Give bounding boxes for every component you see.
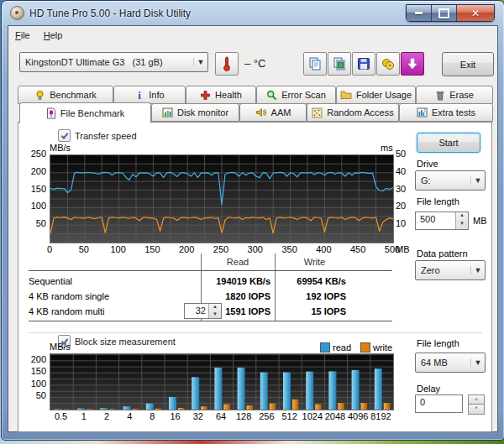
- device-select[interactable]: KingstonDT Ultimate G3 (31 gB) ▼: [19, 52, 208, 72]
- delay-input[interactable]: 0: [415, 394, 463, 413]
- chevron-down-icon: ▼: [470, 266, 485, 274]
- tab-file-benchmark[interactable]: File Benchmark: [19, 102, 151, 123]
- transfer-speed-label: Transfer speed: [75, 131, 137, 141]
- row-label-sequential: Sequential: [29, 276, 72, 286]
- benchmark-icon: [34, 90, 45, 101]
- axis-tick-label: 100: [24, 201, 46, 211]
- tab-error-scan[interactable]: Error Scan: [256, 86, 336, 104]
- tab-aam[interactable]: AAM: [239, 103, 307, 122]
- menu-help[interactable]: Help: [37, 28, 70, 43]
- tab-disk-monitor[interactable]: Disk monitor: [151, 103, 239, 122]
- device-select-value: KingstonDT Ultimate G3 (31 gB): [20, 57, 193, 67]
- transfer-speed-chart: [50, 154, 394, 243]
- close-button[interactable]: ✕: [457, 5, 494, 21]
- block-file-length-select[interactable]: 64 MB ▼: [415, 353, 486, 373]
- app-icon: [10, 6, 24, 20]
- delay-value: 0: [416, 395, 462, 412]
- chart1-ylabel-right: ms: [381, 143, 393, 153]
- app-window: HD Tune Pro 5.00 - Hard Disk Utility ✕ F…: [1, 0, 504, 441]
- random-single-write-value: 192 IOPS: [245, 291, 346, 301]
- block-size-chart: [50, 353, 394, 410]
- file-length-spinner[interactable]: 500 ▲▼: [415, 212, 469, 230]
- chart1-ylabel-left: MB/s: [50, 143, 71, 153]
- chevron-down-icon: ▼: [193, 58, 207, 66]
- chevron-down-icon: ▼: [470, 176, 485, 185]
- menu-file[interactable]: File: [8, 28, 37, 43]
- drive-select[interactable]: G: ▼: [415, 170, 486, 191]
- axis-tick-label: MB: [396, 244, 410, 254]
- donate-button[interactable]: [376, 52, 400, 76]
- temperature-button[interactable]: [215, 52, 239, 76]
- svg-text:i: i: [139, 90, 142, 101]
- block-size-label: Block size measurement: [75, 337, 176, 347]
- tab-aam-label: AAM: [271, 107, 291, 118]
- legend-write-label: write: [373, 342, 392, 353]
- tab-error-scan-label: Error Scan: [281, 90, 326, 100]
- start-label: Start: [438, 138, 458, 148]
- minimize-icon: [415, 12, 423, 14]
- disk-monitor-icon: [162, 107, 173, 118]
- drive-value: G:: [416, 175, 470, 185]
- tab-info[interactable]: i Info: [113, 86, 186, 104]
- exit-button[interactable]: Exit: [442, 52, 494, 76]
- update-button[interactable]: [401, 52, 424, 76]
- transfer-speed-checkbox[interactable]: Transfer speed: [58, 129, 137, 142]
- axis-tick-label: 150: [24, 184, 46, 194]
- file-length-value: 500: [416, 212, 455, 229]
- window-controls: ✕: [406, 4, 495, 22]
- maximize-button[interactable]: [432, 5, 457, 21]
- client-area: File Help KingstonDT Ultimate G3 (31 gB)…: [8, 25, 498, 432]
- axis-tick-label: 400: [309, 244, 338, 254]
- data-pattern-label: Data pattern: [417, 248, 468, 259]
- error-scan-icon: [266, 90, 277, 101]
- minimize-button[interactable]: [407, 5, 432, 21]
- axis-tick-label: 150: [138, 244, 166, 254]
- data-pattern-select[interactable]: Zero ▼: [415, 260, 486, 280]
- axis-tick-label: 30: [396, 184, 406, 194]
- start-button[interactable]: Start: [417, 133, 480, 153]
- tab-erase[interactable]: Erase: [416, 86, 493, 104]
- axis-tick-label: 50: [70, 244, 98, 254]
- extra-tests-icon: [417, 107, 428, 118]
- axis-tick-label: 50: [396, 149, 406, 159]
- save-button[interactable]: [352, 52, 375, 76]
- table-header-read: Read: [201, 257, 275, 267]
- tab-random-access[interactable]: Random Access: [307, 103, 399, 122]
- copy-button[interactable]: [303, 52, 327, 76]
- section-divider: [29, 332, 482, 333]
- legend-read-swatch: [320, 342, 330, 353]
- axis-tick-label: 150: [24, 366, 46, 376]
- block-size-checkbox[interactable]: Block size measurement: [58, 335, 176, 347]
- tab-health[interactable]: Health: [186, 86, 256, 104]
- file-benchmark-panel: Transfer speed Start MB/s ms Read Write …: [18, 122, 492, 432]
- block-file-length-label: File length: [417, 338, 459, 348]
- chart2-ylabel: MB/s: [50, 342, 71, 352]
- table-divider: [29, 270, 392, 271]
- table-divider: [29, 321, 392, 321]
- axis-tick-label: 40: [396, 166, 406, 176]
- axis-tick-label: 450: [344, 244, 372, 254]
- donate-icon: [381, 56, 396, 71]
- axis-tick-label: 10: [396, 218, 406, 228]
- tab-folder-usage[interactable]: Folder Usage: [336, 86, 416, 104]
- table-header-write: Write: [275, 257, 354, 267]
- file-benchmark-icon: [46, 107, 56, 119]
- axis-tick-label: 300: [241, 244, 270, 254]
- tab-benchmark[interactable]: Benchmark: [18, 86, 113, 104]
- axis-tick-label: 200: [172, 244, 201, 254]
- spinner-arrows-icon[interactable]: ▲▼: [455, 212, 468, 229]
- tab-file-benchmark-label: File Benchmark: [60, 108, 124, 118]
- axis-tick-label: 200: [24, 354, 46, 364]
- tab-random-access-label: Random Access: [327, 107, 393, 118]
- axis-tick-label: 250: [24, 149, 46, 159]
- copy-screenshot-button[interactable]: [328, 52, 351, 76]
- data-pattern-value: Zero: [416, 265, 470, 275]
- random-access-icon: [312, 107, 323, 118]
- tab-info-label: Info: [149, 90, 164, 100]
- tab-extra-tests[interactable]: Extra tests: [399, 103, 493, 122]
- sequential-write-value: 69954 KB/s: [245, 276, 346, 286]
- tab-disk-monitor-label: Disk monitor: [177, 107, 228, 118]
- menu-bar: File Help: [8, 26, 497, 44]
- delay-down-button[interactable]: ▼: [468, 404, 485, 415]
- axis-tick-label: 0: [35, 244, 64, 254]
